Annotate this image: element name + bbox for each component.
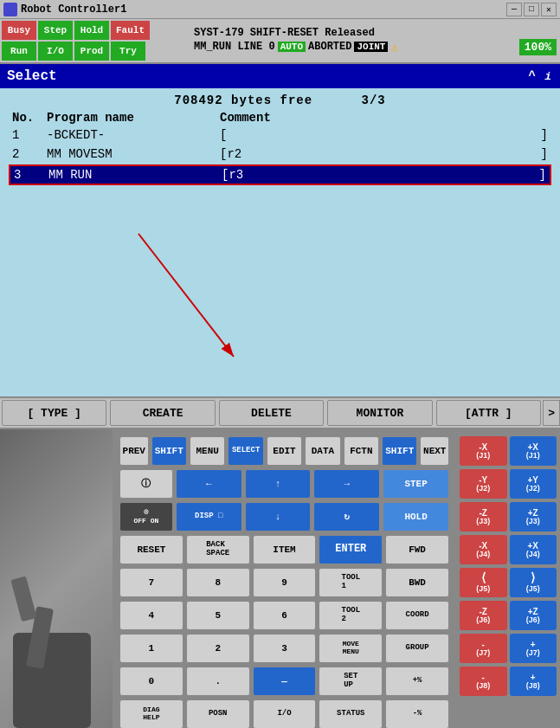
move-menu-button[interactable]: MOVEMENU	[319, 634, 383, 663]
arrow-right-button[interactable]: →	[313, 469, 380, 499]
arrow-down-button[interactable]: ↓	[245, 502, 312, 532]
reset-button[interactable]: RESET	[119, 535, 183, 564]
status-button[interactable]: STATUS	[319, 699, 383, 728]
hold-button[interactable]: Hold	[74, 21, 109, 40]
info-button[interactable]: ⓘ	[119, 469, 173, 499]
data-button[interactable]: DATA	[305, 436, 340, 466]
axis-row-j6: -Z(J6) +Z(J6)	[460, 601, 557, 630]
kp-row-4: 7 8 9 TOOL1 BWD	[119, 568, 449, 597]
busy-button[interactable]: Busy	[2, 21, 36, 40]
hold-kp-button[interactable]: HOLD	[383, 502, 449, 532]
minus-percent-button[interactable]: -%	[385, 699, 449, 728]
axis-pos-x-j1[interactable]: +X(J1)	[510, 436, 557, 466]
io-kp-button[interactable]: I/O	[253, 699, 317, 728]
key-3[interactable]: 3	[253, 634, 317, 663]
rotate-button[interactable]: ↻	[313, 502, 380, 532]
mm-run-line: MM_RUN LINE 0 AUTO ABORTED JOINT ⚠ 100%	[194, 39, 557, 55]
keypad-area: PREV SHIFT MENU SELECT EDIT DATA FCTN SH…	[113, 429, 456, 728]
fault-button[interactable]: Fault	[111, 21, 150, 40]
monitor-button[interactable]: MONITOR	[327, 400, 432, 426]
more-button[interactable]: >	[543, 400, 560, 426]
edit-button[interactable]: EDIT	[267, 436, 302, 466]
axis-pos-y-j2[interactable]: +Y(J2)	[510, 469, 557, 499]
axis-pos-j7[interactable]: +(J7)	[510, 634, 557, 663]
status-left: Busy Step Hold Fault Run I/O Prod Try	[0, 19, 190, 62]
select-button[interactable]: SELECT	[228, 436, 263, 466]
arrow-left-button[interactable]: ←	[176, 469, 242, 499]
key-7[interactable]: 7	[119, 568, 183, 597]
axis-neg-j5[interactable]: ⟨(J5)	[460, 568, 507, 597]
axis-neg-z-j6[interactable]: -Z(J6)	[460, 601, 507, 630]
axis-neg-j8[interactable]: -(J8)	[460, 667, 507, 696]
axis-pos-j8[interactable]: +(J8)	[510, 667, 557, 696]
key-6[interactable]: 6	[253, 601, 317, 630]
off-on-toggle[interactable]: ⊙OFF ON	[119, 502, 173, 532]
key-8[interactable]: 8	[186, 568, 250, 597]
table-row[interactable]: 2 MM MOVESM [r2 ]	[9, 145, 551, 163]
shift-button-right[interactable]: SHIFT	[382, 436, 417, 466]
coord-button[interactable]: COORD	[385, 601, 449, 630]
minimize-button[interactable]: —	[506, 3, 522, 16]
setup-button[interactable]: SETUP	[319, 667, 383, 696]
col-header-name: Program name	[47, 111, 220, 125]
table-row-selected[interactable]: 3 MM RUN [r3 ]	[9, 164, 551, 185]
key-dot[interactable]: .	[186, 667, 250, 696]
key-5[interactable]: 5	[186, 601, 250, 630]
run-button[interactable]: Run	[2, 42, 36, 61]
axis-neg-y-j2[interactable]: -Y(J2)	[460, 469, 507, 499]
io-button[interactable]: I/O	[38, 42, 73, 61]
prod-button[interactable]: Prod	[74, 42, 109, 61]
diag-help-button[interactable]: DIAGHELP	[119, 699, 183, 728]
key-0[interactable]: 0	[119, 667, 183, 696]
title-controls: — □ ✕	[506, 3, 557, 16]
try-button[interactable]: Try	[111, 42, 145, 61]
item-button[interactable]: ITEM	[253, 535, 317, 564]
svg-line-1	[138, 234, 234, 357]
step-kp-button[interactable]: STEP	[383, 469, 449, 499]
fctn-button[interactable]: FCTN	[344, 436, 379, 466]
backspace-button[interactable]: BACKSPACE	[186, 535, 250, 564]
joint-badge: JOINT	[354, 42, 388, 52]
key-1[interactable]: 1	[119, 634, 183, 663]
enter-button[interactable]: ENTER	[319, 535, 383, 564]
axis-row-j4: -X(J4) +X(J4)	[460, 535, 557, 564]
status-row-2: Run I/O Prod Try	[2, 42, 189, 61]
group-button[interactable]: GROUP	[385, 634, 449, 663]
key-2[interactable]: 2	[186, 634, 250, 663]
maximize-button[interactable]: □	[524, 3, 539, 16]
delete-button[interactable]: DELETE	[219, 400, 324, 426]
key-neg[interactable]: —	[253, 667, 317, 696]
kp-row-7: 0 . — SETUP +%	[119, 667, 449, 696]
key-4[interactable]: 4	[119, 601, 183, 630]
attr-button[interactable]: [ATTR ]	[436, 400, 541, 426]
axis-pos-z-j6[interactable]: +Z(J6)	[510, 601, 557, 630]
disp-button[interactable]: DISP □	[176, 502, 242, 532]
next-button[interactable]: NEXT	[420, 436, 449, 466]
tool1-button[interactable]: TOOL1	[319, 568, 383, 597]
create-button[interactable]: CREATE	[110, 400, 215, 426]
arrow-up-button[interactable]: ↑	[245, 469, 312, 499]
table-row[interactable]: 1 -BCKEDT- [ ]	[9, 126, 551, 144]
axis-neg-x-j1[interactable]: -X(J1)	[460, 436, 507, 466]
close-button[interactable]: ✕	[541, 3, 557, 16]
axis-pos-j5[interactable]: ⟩(J5)	[510, 568, 557, 597]
axis-neg-j7[interactable]: -(J7)	[460, 634, 507, 663]
axis-pos-x-j4[interactable]: +X(J4)	[510, 535, 557, 564]
axis-pos-z-j3[interactable]: +Z(J3)	[510, 502, 557, 532]
key-9[interactable]: 9	[253, 568, 317, 597]
prev-button[interactable]: PREV	[119, 436, 149, 466]
axis-neg-x-j4[interactable]: -X(J4)	[460, 535, 507, 564]
type-button[interactable]: [ TYPE ]	[2, 400, 106, 426]
menu-button[interactable]: MENU	[190, 436, 225, 466]
shift-button-left[interactable]: SHIFT	[151, 436, 187, 466]
fwd-button[interactable]: FWD	[385, 535, 449, 564]
axis-neg-z-j3[interactable]: -Z(J3)	[460, 502, 507, 532]
col-header-no: No.	[12, 111, 47, 125]
blue-header: Select ^ i	[0, 64, 560, 88]
plus-percent-button[interactable]: +%	[385, 667, 449, 696]
posn-button[interactable]: POSN	[186, 699, 250, 728]
tool2-button[interactable]: TOOL2	[319, 601, 383, 630]
step-button[interactable]: Step	[38, 21, 73, 40]
axis-row-j8: -(J8) +(J8)	[460, 667, 557, 696]
bwd-button[interactable]: BWD	[385, 568, 449, 597]
